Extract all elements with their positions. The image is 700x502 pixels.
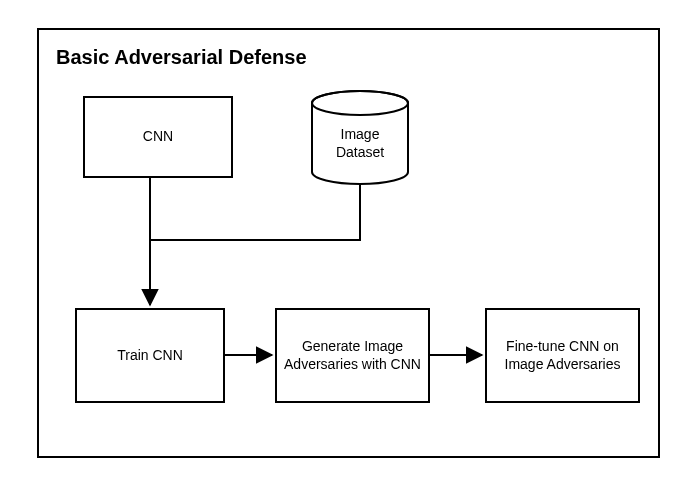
node-cnn-label: CNN — [143, 128, 173, 146]
node-train-label: Train CNN — [117, 347, 183, 365]
node-finetune: Fine-tune CNN on Image Adversaries — [485, 308, 640, 403]
node-cnn: CNN — [83, 96, 233, 178]
node-generate: Generate Image Adversaries with CNN — [275, 308, 430, 403]
node-generate-label: Generate Image Adversaries with CNN — [283, 338, 422, 373]
node-dataset: Image Dataset — [310, 90, 410, 185]
node-train: Train CNN — [75, 308, 225, 403]
node-dataset-label2: Dataset — [336, 144, 384, 160]
node-dataset-label1: Image — [341, 126, 380, 142]
node-finetune-label: Fine-tune CNN on Image Adversaries — [493, 338, 632, 373]
diagram-title: Basic Adversarial Defense — [56, 46, 307, 69]
diagram-canvas: Basic Adversarial Defense CNN Image Data… — [0, 0, 700, 502]
